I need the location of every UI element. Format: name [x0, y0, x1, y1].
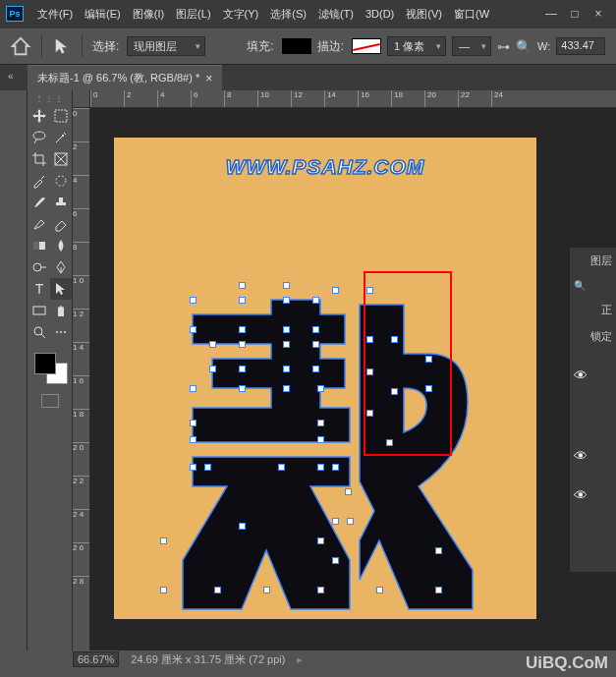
lasso-tool[interactable] [28, 127, 50, 148]
anchor-point[interactable] [435, 547, 442, 554]
anchor-point[interactable] [283, 341, 290, 348]
color-picker[interactable] [32, 351, 68, 384]
menu-edit[interactable]: 编辑(E) [79, 7, 127, 22]
anchor-point[interactable] [317, 385, 324, 392]
home-icon[interactable] [10, 35, 31, 57]
menu-file[interactable]: 文件(F) [31, 7, 79, 22]
hand-tool[interactable] [50, 300, 72, 321]
panel-search-icon[interactable]: 🔍 [574, 280, 612, 291]
move-tool[interactable] [28, 105, 50, 127]
anchor-point[interactable] [160, 587, 167, 593]
anchor-point[interactable] [317, 436, 324, 443]
anchor-point[interactable] [283, 297, 290, 304]
visibility-icon[interactable]: 👁 [574, 448, 612, 464]
stroke-style-dropdown[interactable]: — [452, 36, 491, 56]
menu-window[interactable]: 窗口(W [448, 7, 495, 22]
expand-panels-icon[interactable]: « [8, 71, 22, 85]
path-selection-tool[interactable] [50, 278, 72, 300]
anchor-point[interactable] [312, 297, 319, 304]
wand-tool[interactable] [50, 127, 72, 148]
anchor-point[interactable] [347, 518, 354, 525]
toolbox-grab[interactable]: ⋮⋮⋮ [35, 94, 65, 103]
options-select-dropdown[interactable]: 现用图层 [127, 36, 205, 56]
document-tab[interactable]: 未标题-1 @ 66.7% (教, RGB/8#) * × [28, 65, 222, 90]
anchor-point[interactable] [366, 368, 373, 375]
anchor-point[interactable] [190, 297, 196, 304]
history-brush-tool[interactable] [28, 213, 50, 235]
anchor-point[interactable] [366, 410, 373, 417]
anchor-point[interactable] [190, 326, 196, 333]
link-icon[interactable]: ⊶ [497, 39, 510, 54]
anchor-point[interactable] [386, 439, 393, 446]
anchor-point[interactable] [209, 366, 216, 372]
foreground-color-swatch[interactable] [34, 353, 56, 374]
visibility-icon[interactable]: 👁 [574, 487, 612, 503]
panel-blendmode-label[interactable]: 正 [574, 303, 612, 317]
window-maximize-button[interactable]: □ [563, 4, 587, 24]
anchor-point[interactable] [239, 366, 246, 372]
anchor-point[interactable] [283, 282, 290, 289]
anchor-point[interactable] [283, 326, 290, 333]
type-tool[interactable]: T [28, 278, 50, 300]
anchor-point[interactable] [160, 537, 167, 544]
menu-3d[interactable]: 3D(D) [360, 8, 400, 20]
gradient-tool[interactable] [28, 235, 50, 256]
anchor-point[interactable] [332, 518, 339, 525]
anchor-point[interactable] [425, 356, 432, 363]
stroke-swatch[interactable] [352, 38, 381, 54]
anchor-point[interactable] [278, 464, 285, 471]
anchor-point[interactable] [317, 587, 324, 593]
marquee-tool[interactable] [50, 105, 72, 127]
anchor-point[interactable] [204, 464, 211, 471]
anchor-point[interactable] [435, 587, 442, 593]
anchor-point[interactable] [317, 464, 324, 471]
menu-layer[interactable]: 图层(L) [170, 7, 216, 22]
anchor-point[interactable] [312, 326, 319, 333]
anchor-point[interactable] [391, 336, 398, 343]
stamp-tool[interactable] [50, 192, 72, 213]
window-close-button[interactable]: × [587, 4, 610, 24]
zoom-tool[interactable] [28, 321, 50, 343]
menu-select[interactable]: 选择(S) [264, 7, 312, 22]
anchor-point[interactable] [190, 420, 196, 426]
menu-filter[interactable]: 滤镜(T) [312, 7, 360, 22]
visibility-icon[interactable]: 👁 [574, 367, 612, 383]
extra-tools[interactable] [50, 321, 72, 343]
quick-mask-toggle[interactable] [41, 394, 59, 408]
spot-heal-tool[interactable] [50, 170, 72, 192]
anchor-point[interactable] [283, 385, 290, 392]
window-minimize-button[interactable]: — [539, 4, 563, 24]
anchor-point[interactable] [190, 385, 196, 392]
anchor-point[interactable] [332, 287, 339, 294]
dodge-tool[interactable] [28, 256, 50, 278]
menu-image[interactable]: 图像(I) [127, 7, 170, 22]
search-icon[interactable]: 🔍 [516, 39, 532, 54]
blur-tool[interactable] [50, 235, 72, 256]
anchor-point[interactable] [190, 436, 196, 443]
anchor-point[interactable] [317, 420, 324, 426]
anchor-point[interactable] [332, 464, 339, 471]
anchor-point[interactable] [425, 385, 432, 392]
anchor-point[interactable] [239, 523, 246, 530]
anchor-point[interactable] [239, 326, 246, 333]
anchor-point[interactable] [317, 537, 324, 544]
close-tab-icon[interactable]: × [205, 72, 212, 85]
document-canvas[interactable]: WWW.PSAHZ.COM [114, 138, 536, 619]
fill-swatch[interactable] [282, 38, 311, 54]
menu-type[interactable]: 文字(Y) [217, 7, 265, 22]
zoom-field[interactable]: 66.67% [73, 651, 119, 667]
anchor-point[interactable] [345, 488, 352, 495]
brush-tool[interactable] [28, 192, 50, 213]
anchor-point[interactable] [283, 366, 290, 372]
rectangle-tool[interactable] [28, 300, 50, 321]
anchor-point[interactable] [312, 341, 319, 348]
panel-layers-label[interactable]: 图层 [574, 254, 612, 268]
anchor-point[interactable] [239, 282, 246, 289]
anchor-point[interactable] [209, 341, 216, 348]
crop-tool[interactable] [28, 148, 50, 170]
eraser-tool[interactable] [50, 213, 72, 235]
pen-tool[interactable] [50, 256, 72, 278]
anchor-point[interactable] [376, 587, 383, 593]
anchor-point[interactable] [391, 388, 398, 395]
anchor-point[interactable] [239, 385, 246, 392]
